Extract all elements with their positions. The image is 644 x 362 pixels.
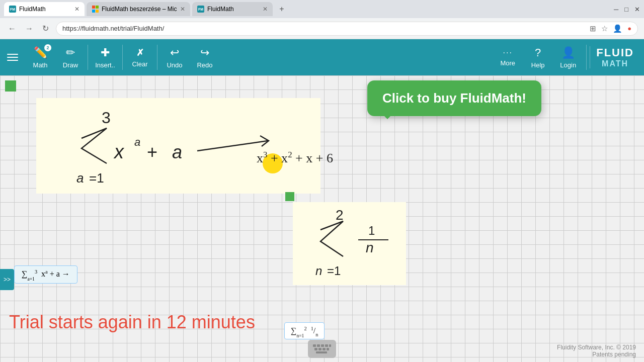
tab-close-1[interactable]: ✕ [74,6,79,13]
brand-math-text: MATH [602,59,628,68]
tab-fluidmath-3[interactable]: FM FluidMath ✕ [192,2,273,16]
window-controls: ─ □ ✕ [614,6,640,13]
tab-favicon-3: FM [197,6,204,13]
svg-rect-21 [327,348,329,350]
svg-rect-20 [323,348,326,350]
tab-microsoft[interactable]: FluidMath beszerzése – Microsof... ✕ [87,2,190,16]
svg-text:=1: =1 [327,264,341,278]
keyboard-svg [312,343,332,354]
account-icon[interactable]: 👤 [613,24,622,33]
svg-rect-22 [316,351,327,353]
virtual-keyboard-icon[interactable] [308,340,336,358]
footer-line-1: Fluidity Software, Inc. © 2019 [557,344,636,351]
svg-text:3: 3 [102,109,111,127]
svg-rect-14 [317,344,320,347]
tab-favicon-2 [92,6,99,13]
undo-label: Undo [167,61,182,69]
tab-label-1: FluidMath [19,6,46,13]
formula-text: x3 + x2 + x + 6 [257,151,333,165]
draw-button[interactable]: ✏ Draw [55,40,86,74]
hamburger-menu[interactable] [4,51,21,64]
app-toolbar: 2 ✏️ Math ✏ Draw ✚ Insert.. ✗ Clear ↩ Un… [0,39,644,75]
clear-button[interactable]: ✗ Clear [125,40,155,74]
tab-close-2[interactable]: ✕ [180,6,185,13]
buy-popup-text: Click to buy FluidMath! [382,90,526,106]
green-square-1 [5,80,16,92]
trial-message: Trial starts again in 12 minutes [9,312,255,332]
toolbar-divider-1 [88,45,88,70]
draw-icon: ✏ [66,46,75,59]
main-canvas[interactable]: 3 x a + a a =1 >> ∑a=13 xa + a → [0,75,644,362]
svg-text:=1: =1 [89,170,104,186]
toolbar-divider-3 [157,45,157,70]
svg-text:x: x [113,141,125,162]
trial-text: Trial starts again in 12 minutes [9,312,255,333]
insert-icon: ✚ [101,46,110,59]
draw-label: Draw [63,61,78,69]
refresh-button[interactable]: ↻ [40,22,51,35]
tab-fluidmath-1[interactable]: FM FluidMath ✕ [4,2,85,16]
svg-rect-17 [329,344,331,347]
translate-icon[interactable]: ⊞ [590,24,596,33]
more-icon: ··· [503,48,513,57]
login-label: Login [560,61,576,69]
bottom-formula-text: ∑n=12 1/n [291,326,318,335]
more-label: More [500,59,515,67]
expand-arrow[interactable]: >> [0,269,14,290]
svg-text:a: a [134,136,140,148]
help-button[interactable]: ? Help [523,40,553,74]
redo-label: Redo [197,61,212,69]
new-tab-button[interactable]: + [275,2,289,16]
undo-button[interactable]: ↩ Undo [159,40,190,74]
back-button[interactable]: ← [6,22,18,35]
svg-rect-16 [325,344,328,347]
extension-icon[interactable]: ● [627,25,631,32]
bookmark-icon[interactable]: ☆ [601,24,608,33]
interpreted-formula-box[interactable]: ∑a=13 xa + a → [14,265,77,284]
svg-text:+: + [147,142,157,162]
forward-button[interactable]: → [23,22,35,35]
addr-icons: ⊞ ☆ 👤 ● [590,24,631,33]
tab-close-3[interactable]: ✕ [263,6,268,13]
undo-icon: ↩ [170,46,179,59]
minimize-button[interactable]: ─ [614,6,618,13]
brand-divider [586,45,587,70]
insert-button[interactable]: ✚ Insert.. [90,40,120,74]
svg-rect-15 [321,344,324,347]
redo-icon: ↪ [200,46,209,59]
handwriting-svg-secondary: 2 1 n n =1 [293,202,406,285]
formula-result-main: x3 + x2 + x + 6 [257,150,333,166]
footer-text: Fluidity Software, Inc. © 2019 Patents p… [557,344,636,358]
svg-rect-18 [314,348,317,350]
handwriting-svg-main: 3 x a + a a =1 [36,98,320,194]
browser-titlebar: FM FluidMath ✕ FluidMath beszerzése – Mi… [0,0,644,18]
buy-popup[interactable]: Click to buy FluidMath! [367,80,541,116]
close-button[interactable]: ✕ [634,6,640,13]
maximize-button[interactable]: □ [624,6,628,13]
green-square-2 [285,192,294,201]
address-bar: ← → ↻ https://fluidmath.net/trial/FluidM… [0,18,644,39]
footer-line-2: Patents pending [592,351,636,358]
svg-text:a: a [172,142,182,162]
interp-formula-text: ∑a=13 xa + a → [22,269,70,280]
math-badge: 2 [44,44,51,51]
clear-label: Clear [132,60,147,68]
toolbar-divider-2 [122,45,123,70]
url-bar[interactable]: https://fluidmath.net/trial/FluidMath/ ⊞… [56,22,638,36]
redo-button[interactable]: ↪ Redo [190,40,220,74]
svg-rect-19 [318,348,321,350]
bottom-formula-box[interactable]: ∑n=12 1/n [284,322,325,339]
more-button[interactable]: ··· More [493,40,523,74]
svg-text:n: n [315,264,322,278]
expand-icon: >> [4,276,11,283]
svg-text:a: a [76,170,84,186]
login-button[interactable]: 👤 Login [553,40,583,74]
math-button[interactable]: 2 ✏️ Math [25,40,55,74]
brand-logo: FLUID MATH [590,46,640,68]
clear-icon: ✗ [136,47,144,58]
login-icon: 👤 [561,46,575,59]
handwriting-area-secondary[interactable]: 2 1 n n =1 [293,202,406,285]
help-label: Help [531,61,545,69]
handwriting-area-main[interactable]: 3 x a + a a =1 [36,98,320,194]
url-text: https://fluidmath.net/trial/FluidMath/ [62,25,164,32]
